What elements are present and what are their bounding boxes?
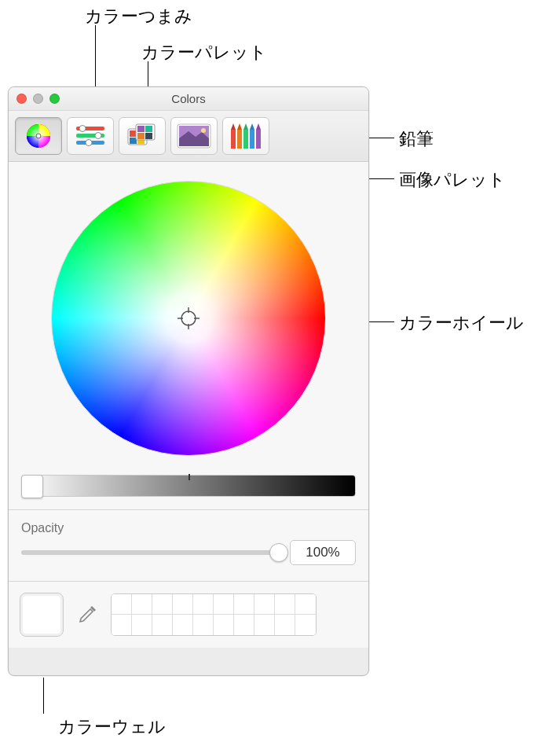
color-sliders-tab[interactable] <box>67 117 114 155</box>
color-wheel[interactable] <box>51 181 326 456</box>
pencils-tab[interactable] <box>222 117 269 155</box>
swatch-cell[interactable] <box>254 594 275 615</box>
callout-well-label: カラーウェル <box>58 715 166 739</box>
svg-rect-17 <box>137 133 145 139</box>
toolbar <box>9 111 368 162</box>
close-icon[interactable] <box>16 94 27 104</box>
colors-window: Colors <box>8 86 369 676</box>
callout-image-label: 画像パレット <box>399 168 506 192</box>
pencils-icon <box>229 122 263 150</box>
opacity-input[interactable] <box>290 540 356 565</box>
titlebar[interactable]: Colors <box>9 87 368 111</box>
eyedropper-icon <box>76 604 98 626</box>
swatch-cell[interactable] <box>173 594 193 615</box>
callout-palettes-label: カラーパレット <box>141 41 267 64</box>
callout-wheel-label: カラーホイール <box>399 311 524 335</box>
svg-marker-25 <box>237 123 242 130</box>
swatch-cell[interactable] <box>193 615 214 635</box>
opacity-label: Opacity <box>21 521 356 535</box>
svg-point-6 <box>79 126 86 132</box>
opacity-thumb[interactable] <box>269 543 288 562</box>
swatch-cell[interactable] <box>173 615 193 635</box>
zoom-icon[interactable] <box>49 94 60 104</box>
swatch-grid <box>111 593 317 636</box>
brightness-slider[interactable] <box>21 475 356 497</box>
swatch-cell[interactable] <box>234 615 254 635</box>
svg-point-21 <box>201 128 206 133</box>
minimize-icon[interactable] <box>33 94 43 104</box>
svg-marker-29 <box>250 123 254 130</box>
crosshair-icon[interactable] <box>178 307 199 329</box>
sliders-icon <box>75 124 106 148</box>
swatch-bar <box>9 581 368 637</box>
eyedropper-button[interactable] <box>75 602 100 627</box>
svg-marker-27 <box>243 123 248 130</box>
image-icon <box>177 123 211 149</box>
swatch-cell[interactable] <box>254 615 275 635</box>
svg-rect-30 <box>256 130 261 149</box>
brightness-thumb[interactable] <box>21 475 43 498</box>
swatch-cell[interactable] <box>275 615 295 635</box>
svg-rect-28 <box>250 130 254 149</box>
swatch-cell[interactable] <box>193 594 214 615</box>
swatch-cell[interactable] <box>132 594 152 615</box>
svg-rect-26 <box>243 130 248 149</box>
svg-marker-31 <box>256 123 261 130</box>
swatch-cell[interactable] <box>295 594 316 615</box>
color-wheel-tab[interactable] <box>15 117 62 155</box>
window-controls <box>16 94 60 104</box>
svg-point-8 <box>86 140 92 146</box>
palettes-icon <box>126 123 158 149</box>
swatch-cell[interactable] <box>214 594 234 615</box>
swatch-cell[interactable] <box>275 594 295 615</box>
svg-rect-22 <box>231 130 236 149</box>
swatch-cell[interactable] <box>112 615 132 635</box>
svg-rect-18 <box>145 133 152 139</box>
svg-rect-16 <box>145 126 152 132</box>
callout-sliders-label: カラーつまみ <box>85 5 192 28</box>
opacity-slider[interactable] <box>21 550 280 555</box>
callout-pencils-label: 鉛筆 <box>399 127 434 151</box>
content-area: Opacity <box>9 162 368 648</box>
color-wheel-icon <box>25 123 52 149</box>
svg-point-32 <box>181 311 196 325</box>
svg-rect-15 <box>137 126 145 132</box>
window-title: Colors <box>9 92 368 105</box>
swatch-cell[interactable] <box>132 615 152 635</box>
swatch-cell[interactable] <box>152 615 173 635</box>
swatch-cell[interactable] <box>152 594 173 615</box>
image-palettes-tab[interactable] <box>170 117 218 155</box>
callout-line <box>43 678 44 714</box>
svg-point-7 <box>95 133 101 139</box>
swatch-cell[interactable] <box>112 594 132 615</box>
svg-rect-24 <box>237 130 242 149</box>
opacity-section: Opacity <box>20 510 357 571</box>
swatch-cell[interactable] <box>234 594 254 615</box>
color-palettes-tab[interactable] <box>119 117 166 155</box>
swatch-cell[interactable] <box>295 615 316 635</box>
swatch-cell[interactable] <box>214 615 234 635</box>
color-well[interactable] <box>20 593 64 637</box>
svg-marker-23 <box>231 123 236 130</box>
svg-point-1 <box>27 124 50 148</box>
